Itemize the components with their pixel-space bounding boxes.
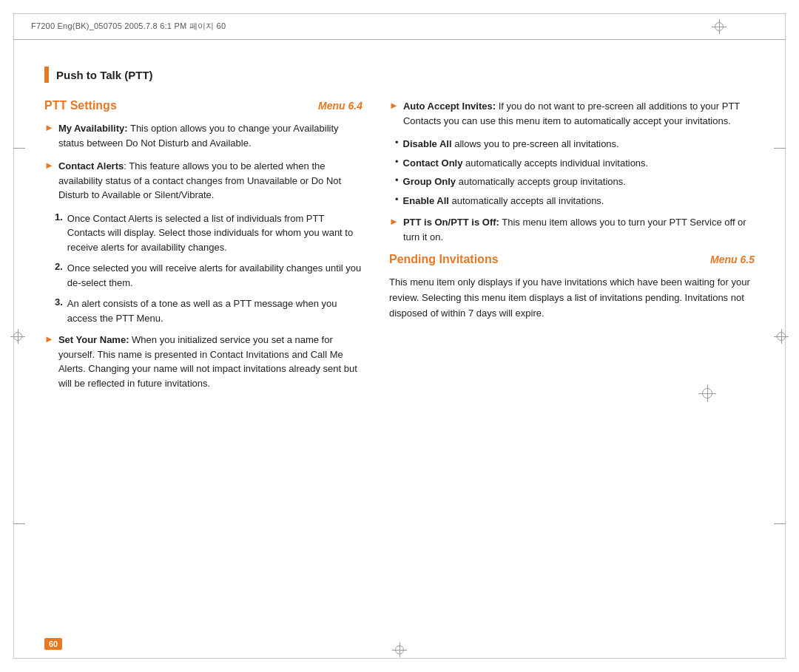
numbered-item-2: 2. Once selected you will receive alerts… (55, 261, 363, 290)
numbered-item-3: 3. An alert consists of a tone as well a… (55, 296, 363, 325)
num-3: 3. (55, 296, 63, 308)
arrow-icon-1: ► (44, 122, 54, 133)
right-column: ► Auto Accept Invites: If you do not wan… (389, 99, 755, 399)
bullet-text-2: Contact Only automatically accepts indiv… (403, 156, 649, 171)
top-header: F7200 Eng(BK)_050705 2005.7.8 6:1 PM 페이지… (13, 13, 786, 40)
num-1: 1. (55, 211, 63, 223)
left-tick-top (13, 148, 25, 149)
bullet-item-enable-all: • Enable All automatically accepts all i… (395, 194, 755, 208)
pending-section: Pending Invitations Menu 6.5 This menu i… (389, 253, 755, 321)
orange-bar (44, 67, 49, 83)
section-heading: Push to Talk (PTT) (44, 67, 755, 83)
numbered-item-1: 1. Once Contact Alerts is selected a lis… (55, 211, 363, 255)
auto-accept-text: Auto Accept Invites: If you do not want … (403, 99, 755, 128)
my-availability-item: ► My Availability: This option allows yo… (44, 121, 363, 150)
bullet-list: • Disable All allows you to pre-screen a… (395, 137, 755, 208)
section-heading-text: Push to Talk (PTT) (56, 69, 153, 81)
right-tick-bottom (774, 523, 786, 524)
set-your-name-label: Set Your Name: (58, 334, 129, 345)
bullet-text-1: Disable All allows you to pre-screen all… (403, 137, 619, 152)
right-tick-top (774, 148, 786, 149)
bullet-icon-2: • (395, 156, 399, 167)
bullet-text-3: Group Only automatically accepts group i… (403, 174, 626, 189)
right-crosshair (774, 329, 789, 344)
disable-all-label: Disable All (403, 138, 452, 149)
main-content: Push to Talk (PTT) PTT Settings Menu 6.4… (44, 67, 755, 628)
bullet-item-contact-only: • Contact Only automatically accepts ind… (395, 156, 755, 171)
contact-alerts-label: Contact Alerts (58, 160, 124, 172)
contact-alerts-text: Contact Alerts: This feature allows you … (58, 159, 363, 203)
ptt-on-off-text: PTT is On/PTT is Off: This menu item all… (403, 215, 755, 244)
bottom-crosshair (392, 642, 407, 657)
my-availability-text: My Availability: This option allows you … (58, 121, 363, 150)
num-3-text: An alert consists of a tone as well as a… (67, 296, 363, 325)
ptt-on-off-label: PTT is On/PTT is Off: (403, 217, 499, 228)
bullet-icon-3: • (395, 174, 399, 186)
header-text: F7200 Eng(BK)_050705 2005.7.8 6:1 PM 페이지… (31, 21, 226, 32)
num-2-text: Once selected you will receive alerts fo… (67, 261, 363, 290)
left-column: PTT Settings Menu 6.4 ► My Availability:… (44, 99, 363, 399)
pending-menu: Menu 6.5 (710, 254, 755, 265)
pending-title: Pending Invitations (389, 253, 499, 266)
contact-alerts-item: ► Contact Alerts: This feature allows yo… (44, 159, 363, 203)
pending-header: Pending Invitations Menu 6.5 (389, 253, 755, 266)
ptt-settings-menu: Menu 6.4 (318, 100, 363, 112)
columns-container: PTT Settings Menu 6.4 ► My Availability:… (44, 99, 755, 399)
bullet-icon-4: • (395, 194, 399, 205)
pending-description: This menu item only displays if you have… (389, 275, 755, 321)
enable-all-label: Enable All (403, 195, 449, 206)
page-number: 60 (44, 638, 62, 650)
bullet-item-disable-all: • Disable All allows you to pre-screen a… (395, 137, 755, 152)
ptt-settings-header: PTT Settings Menu 6.4 (44, 99, 363, 112)
left-tick-bottom (13, 523, 25, 524)
left-crosshair (10, 329, 25, 344)
bullet-item-group-only: • Group Only automatically accepts group… (395, 174, 755, 189)
num-2: 2. (55, 261, 63, 272)
num-1-text: Once Contact Alerts is selected a list o… (67, 211, 363, 255)
numbered-list: 1. Once Contact Alerts is selected a lis… (55, 211, 363, 326)
auto-accept-label: Auto Accept Invites: (403, 101, 496, 112)
arrow-icon-3: ► (44, 333, 54, 345)
bullet-text-4: Enable All automatically accepts all inv… (403, 194, 604, 208)
contact-only-label: Contact Only (403, 157, 463, 169)
ptt-on-off-item: ► PTT is On/PTT is Off: This menu item a… (389, 215, 755, 244)
set-your-name-item: ► Set Your Name: When you initialized se… (44, 333, 363, 390)
arrow-icon-5: ► (389, 216, 399, 227)
auto-accept-item: ► Auto Accept Invites: If you do not wan… (389, 99, 755, 128)
ptt-settings-title: PTT Settings (44, 99, 117, 112)
group-only-label: Group Only (403, 176, 456, 187)
right-col-crosshair (698, 384, 716, 402)
set-your-name-text: Set Your Name: When you initialized serv… (58, 333, 363, 390)
arrow-icon-4: ► (389, 100, 399, 111)
arrow-icon-2: ► (44, 160, 54, 171)
bullet-icon-1: • (395, 137, 399, 148)
my-availability-label: My Availability: (58, 123, 128, 134)
